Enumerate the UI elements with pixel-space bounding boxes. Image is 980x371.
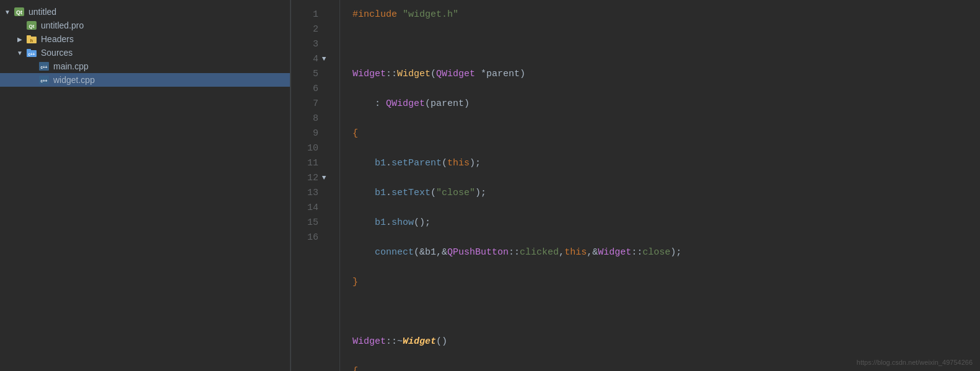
sidebar-item-headers[interactable]: ▶ h Headers (0, 32, 290, 46)
arrow-headers: ▶ (15, 36, 25, 43)
svg-text:c++: c++ (40, 65, 47, 69)
arrow-untitled: ▼ (2, 9, 12, 15)
sidebar-item-label: main.cpp (53, 61, 89, 71)
headers-folder-icon: h (25, 34, 38, 44)
sidebar-item-main-cpp[interactable]: c++ main.cpp (0, 59, 290, 73)
cpp-file-icon-main: c++ (37, 61, 51, 71)
code-content[interactable]: #include "widget.h" Widget::Widget(QWidg… (340, 0, 980, 371)
svg-text:h: h (30, 38, 33, 43)
arrow-widget (27, 77, 37, 84)
sidebar-item-label: Sources (41, 48, 72, 58)
arrow-sources: ▼ (15, 50, 25, 56)
pro-file-icon: Qt (25, 20, 38, 30)
svg-rect-5 (27, 35, 31, 38)
sidebar-item-label: untitled (28, 7, 56, 17)
arrow-pro (15, 22, 25, 29)
sidebar: ▼ Qt untitled Qt untitled.pro ▶ h Header… (0, 0, 291, 371)
sidebar-item-untitled-project[interactable]: ▼ Qt untitled (0, 5, 290, 19)
svg-text:c++: c++ (40, 79, 47, 83)
sidebar-item-label: untitled.pro (41, 20, 84, 30)
line-numbers-gutter: 1 2 3 4▼ 5 6 7 8 9 10 11 12▼ 13 14 15 16 (291, 0, 340, 371)
svg-text:Qt: Qt (29, 24, 35, 29)
sources-folder-icon: c++ (25, 48, 38, 58)
qt-project-icon: Qt (12, 7, 26, 17)
sidebar-item-widget-cpp[interactable]: c++ widget.cpp (0, 73, 290, 87)
sidebar-item-label: widget.cpp (53, 75, 95, 85)
arrow-main (27, 63, 37, 70)
code-editor[interactable]: 1 2 3 4▼ 5 6 7 8 9 10 11 12▼ 13 14 15 16… (291, 0, 980, 371)
sidebar-item-label: Headers (41, 34, 74, 44)
cpp-file-icon-widget: c++ (37, 75, 51, 85)
sidebar-item-sources[interactable]: ▼ c++ Sources (0, 46, 290, 59)
watermark: https://blog.csdn.net/weixin_49754266 (857, 359, 973, 366)
svg-text:c++: c++ (28, 52, 35, 56)
svg-text:Qt: Qt (16, 9, 22, 15)
svg-rect-8 (27, 49, 31, 51)
sidebar-item-untitled-pro[interactable]: Qt untitled.pro (0, 19, 290, 32)
